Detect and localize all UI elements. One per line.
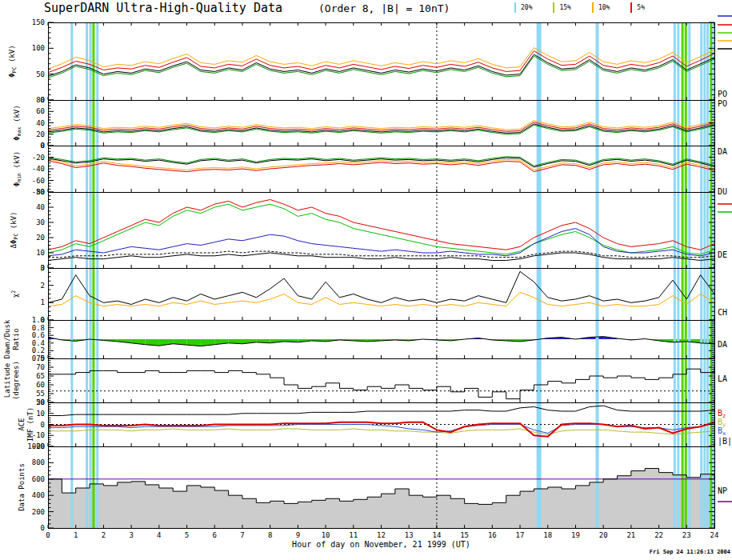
y-tick-label: 1 [41,298,45,306]
y-tick-label: 0.6 [32,331,45,339]
y-tick-label: 100 [32,44,45,52]
y-tick-label: 40 [36,203,45,211]
right-margin-label: LA [718,374,727,383]
x-tick-label: 4 [157,531,161,539]
event-bars [70,22,714,528]
y-tick-label: 50 [36,70,45,78]
x-tick-label: 0 [46,531,50,539]
y-tick-label: 70 [36,363,45,371]
multi-panel-timeseries-chart: 050100150ΦPC (kV)020406080Φmax (kV)-80-6… [0,0,732,560]
series-green [48,204,714,254]
panel-chi-squared: 0123χ2 [10,264,714,324]
y-axis-label: Φmax (kV) [13,105,22,140]
y-axis-label: ACE [18,418,26,430]
panel-frame [48,358,714,402]
event-bar-green [710,22,712,528]
y-axis-label: Dawn/Dusk [3,319,11,358]
y-tick-label: 60 [36,381,45,389]
x-tick-label: 20 [599,531,608,539]
y-axis-label: χ2 [10,290,19,298]
x-tick-label: 3 [129,531,133,539]
y-tick-label: 200 [32,508,45,516]
y-tick-label: 20 [36,234,45,242]
y-tick-label: 40 [36,119,45,127]
series-latitude [48,367,714,399]
y-tick-label: 2 [41,282,45,290]
y-tick-label: 600 [32,475,45,483]
y-axis-label: (degrees) [12,361,20,400]
y-tick-label: 0.4 [32,339,45,347]
x-tick-label: 19 [571,531,580,539]
x-tick-label: 17 [516,531,525,539]
panel-frame [48,192,714,268]
x-tick-label: 14 [432,531,441,539]
x-tick-label: 1 [74,531,78,539]
y-tick-label: 10 [36,410,45,418]
y-tick-label: 400 [32,491,45,499]
event-bar-cyan [596,22,599,528]
series-black [48,271,714,304]
y-axis-label: Φmin (kV) [13,151,22,186]
x-axis-label: Hour of day on November, 21 1999 (UT) [48,540,714,549]
x-tick-label: 2 [102,531,106,539]
panel-ace-imf: -20-1001020ACEIMF (nT) [18,398,714,450]
event-bar-cyan [706,22,709,528]
y-tick-label: 0.2 [32,346,45,354]
event-bar-cyan [96,22,98,528]
y-tick-label: 75 [36,354,45,362]
y-axis-label: Ratio [12,328,20,350]
y-tick-label: -20 [32,154,45,162]
event-bar-cyan [703,22,706,528]
y-tick-label: 20 [36,130,45,138]
y-tick-label: 20 [36,398,45,406]
panel-phi-min: -80-60-40-200Φmin (kV) [13,142,714,196]
y-tick-label: 60 [36,107,45,115]
right-margin-label: DA [718,340,727,349]
y-tick-label: 0.8 [32,324,45,332]
y-tick-label: -40 [32,165,45,173]
right-margin-label: DA [718,147,727,156]
x-tick-label: 12 [377,531,386,539]
event-bar-cyan [674,22,676,528]
x-tick-label: 6 [213,531,217,539]
y-tick-label: -60 [32,177,45,185]
x-tick-label: 18 [543,531,552,539]
panel-delta-phi-pc: 01020304050ΔΦPC (kV) [10,188,714,272]
panel-frame [48,268,714,320]
x-tick-label: 11 [349,531,358,539]
event-bar-cyan [70,22,73,528]
event-bar-green [92,22,94,528]
y-tick-label: 10 [36,249,45,257]
x-tick-label: 7 [240,531,244,539]
y-tick-label: 65 [36,372,45,380]
right-margin-annotations: POPODADUDECHDALABzByBx|B|NP [718,16,732,502]
x-tick-label: 9 [296,531,300,539]
y-tick-label: 1000 [27,442,45,450]
superdarn-chart-page: SuperDARN Ultra-High-Quality Data (Order… [0,0,732,560]
y-tick-label: 0 [41,421,45,429]
panel-frame [48,22,714,100]
x-tick-label: 15 [460,531,469,539]
event-bar-cyan [90,22,92,528]
right-margin-label: DE [718,250,727,259]
series-by [48,429,714,434]
right-margin-label: PO [718,90,727,98]
data-points-area [48,469,714,528]
panel-frame [48,100,714,146]
x-tick-label: 23 [682,531,691,539]
y-tick-label: 50 [36,188,45,196]
y-tick-label: 800 [32,458,45,466]
x-tick-label: 21 [626,531,635,539]
right-margin-label: CH [718,308,727,317]
series-red [48,200,714,250]
y-tick-label: 55 [36,390,45,398]
y-axis-label: Data Points [18,463,26,511]
x-tick-label: 5 [185,531,189,539]
panel-phi-max: 020406080Φmax (kV) [13,96,714,150]
x-tick-label: 22 [654,531,663,539]
y-tick-label: 3 [41,264,45,272]
series-pct15 [48,56,714,78]
panel-phi-pc: 050100150ΦPC (kV) [8,18,714,104]
x-tick-label: 8 [268,531,272,539]
y-axis-label: Latitude [3,363,11,398]
